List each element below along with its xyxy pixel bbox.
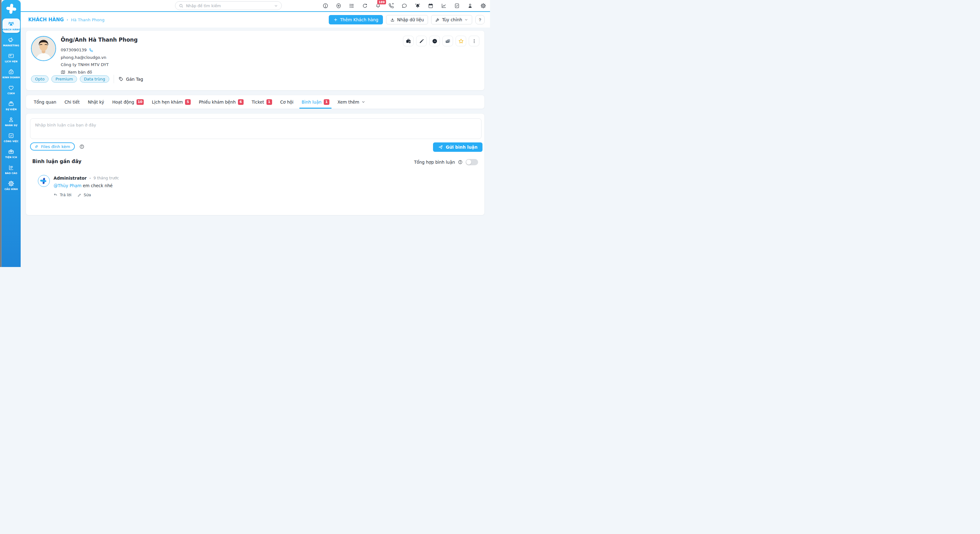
sidebar-item-tien-ich[interactable]: TIỆN ÍCH <box>3 146 20 161</box>
settings-gear-icon[interactable] <box>480 3 486 9</box>
tab-binh-luan[interactable]: Bình luận1 <box>298 95 333 109</box>
person-icon <box>8 116 14 123</box>
notifications-bell-icon[interactable]: 189 <box>375 3 381 9</box>
import-data-button[interactable]: Nhập dữ liệu <box>386 15 428 24</box>
tab-tong-quan[interactable]: Tổng quan <box>30 95 60 109</box>
comment-summary-row: Tổng hợp bình luận <box>414 159 478 165</box>
profile-action-buttons <box>403 36 479 46</box>
sidebar-item-su-kien[interactable]: SỰ KIỆN <box>3 98 20 113</box>
messenger-button[interactable] <box>429 36 440 46</box>
detail-tabs-card: Tổng quan Chi tiết Nhật ký Hoạt động10 L… <box>25 95 485 109</box>
call-phone-icon[interactable] <box>89 48 93 52</box>
star-icon <box>458 38 464 44</box>
tab-count-badge: 10 <box>137 99 144 105</box>
download-icon <box>390 17 395 22</box>
help-button[interactable]: ? <box>475 15 485 24</box>
list-menu-icon[interactable] <box>348 3 355 9</box>
schedule-appointment-button[interactable] <box>403 36 414 46</box>
tab-label: Bình luận <box>302 100 321 105</box>
bell-ring-icon[interactable] <box>414 3 420 9</box>
tag-pill[interactable]: Premium <box>51 75 77 83</box>
assign-tag-label: Gán Tag <box>126 77 143 82</box>
search-input[interactable] <box>186 3 272 8</box>
sms-card-icon <box>445 38 451 44</box>
activity-refresh-icon[interactable] <box>362 3 368 9</box>
chat-icon[interactable] <box>401 3 407 9</box>
calendar-icon[interactable] <box>427 3 434 9</box>
tab-nhat-ky[interactable]: Nhật ký <box>84 95 108 109</box>
edit-customer-button[interactable] <box>416 36 427 46</box>
sidebar-item-cau-hinh[interactable]: CẤU HÌNH <box>3 178 20 192</box>
wrench-icon <box>435 17 440 22</box>
tab-ticket[interactable]: Ticket1 <box>248 95 276 109</box>
sidebar-item-bao-cao[interactable]: BÁO CÁO <box>3 162 20 176</box>
tab-phieu-kham-benh[interactable]: Phiếu khám bệnh6 <box>195 95 248 109</box>
sidebar-item-label: NHÂN SỰ <box>5 124 18 127</box>
breadcrumb-bar: KHÁCH HÀNG › Hà Thanh Phong Thêm Khách h… <box>21 12 490 27</box>
sidebar-item-khach-hang[interactable]: KHÁCH HÀNG <box>3 19 20 33</box>
header-actions: Thêm Khách hàng Nhập dữ liệu Tùy chỉnh ? <box>329 15 485 24</box>
quick-add-icon[interactable] <box>335 3 342 9</box>
tab-hoat-dong[interactable]: Hoạt động10 <box>108 95 148 109</box>
sidebar-item-marketing[interactable]: MARKETING <box>3 35 20 49</box>
tag-pill[interactable]: Data trùng <box>80 75 109 83</box>
tab-lich-hen-kham[interactable]: Lịch hẹn khám5 <box>148 95 195 109</box>
attach-info-icon[interactable] <box>79 144 84 149</box>
map-icon <box>61 70 65 75</box>
comment-time: 9 tháng trước <box>94 176 119 180</box>
tab-label: Hoạt động <box>112 100 134 105</box>
attach-files-button[interactable]: Files đính kèm <box>30 142 75 151</box>
comment-input[interactable] <box>30 118 482 139</box>
comment-text: @Thùy Phạm em check nhé <box>54 183 113 188</box>
topbar: 189 <box>21 0 490 12</box>
tab-label: Ticket <box>252 100 264 105</box>
customer-phone-row: 0973090139 <box>61 46 109 54</box>
sidebar: KHÁCH HÀNG MARKETING LỊCH HẸN KINH DOANH… <box>2 0 21 267</box>
more-actions-button[interactable] <box>469 36 479 46</box>
paper-plane-icon <box>438 145 443 149</box>
reply-button[interactable]: Trả lời <box>54 192 72 197</box>
sms-zns-button[interactable] <box>442 36 453 46</box>
customize-button[interactable]: Tùy chỉnh <box>431 15 472 24</box>
edit-comment-button[interactable]: Sửa <box>77 192 91 197</box>
summary-toggle[interactable] <box>466 159 478 165</box>
summary-info-icon[interactable] <box>458 160 463 165</box>
search-scope-chevron-icon[interactable] <box>274 4 278 8</box>
call-add-icon[interactable] <box>388 3 394 9</box>
send-comment-button[interactable]: Gửi bình luận <box>433 142 482 152</box>
tab-co-hoi[interactable]: Cơ hội <box>276 95 298 109</box>
comment-author: Administrator <box>54 176 87 181</box>
edit-pencil-icon <box>77 193 82 197</box>
global-search[interactable] <box>175 1 282 10</box>
user-icon[interactable] <box>467 3 473 9</box>
comment-author-avatar <box>38 175 50 187</box>
tab-xem-them[interactable]: Xem thêm <box>333 95 370 109</box>
sidebar-item-kinh-doanh[interactable]: KINH DOANH <box>3 66 20 81</box>
heart-icon <box>8 84 14 91</box>
alert-info-icon[interactable] <box>322 3 328 9</box>
assign-tag-button[interactable]: Gán Tag <box>118 76 143 82</box>
add-customer-button[interactable]: Thêm Khách hàng <box>329 15 383 24</box>
sidebar-item-cskh[interactable]: CSKH <box>3 82 20 97</box>
breadcrumb-section[interactable]: KHÁCH HÀNG <box>28 17 64 22</box>
comment-actions: Trả lời Sửa <box>54 192 91 197</box>
briefcase-clock-icon <box>406 38 411 44</box>
sidebar-item-nhan-su[interactable]: NHÂN SỰ <box>3 114 20 129</box>
favorite-star-button[interactable] <box>455 36 466 46</box>
chart-monitor-icon[interactable] <box>441 3 447 9</box>
tab-count-badge: 1 <box>324 99 329 105</box>
sidebar-menu: KHÁCH HÀNG MARKETING LỊCH HẸN KINH DOANH… <box>2 19 21 194</box>
tab-count-badge: 5 <box>185 99 191 105</box>
tag-pill[interactable]: Opto <box>31 75 49 83</box>
approve-checkbox-icon[interactable] <box>454 3 460 9</box>
customer-email-row: phong.ha@cloudgo.vn <box>61 54 109 61</box>
sidebar-item-cong-viec[interactable]: CÔNG VIỆC <box>3 130 20 145</box>
sidebar-item-label: KHÁCH HÀNG <box>2 28 20 31</box>
mention-link[interactable]: @Thùy Phạm <box>54 183 81 188</box>
sidebar-item-lich-hen[interactable]: LỊCH HẸN <box>3 50 20 65</box>
breadcrumb-current: Hà Thanh Phong <box>71 17 105 22</box>
report-icon <box>8 164 14 171</box>
tab-chi-tiet[interactable]: Chi tiết <box>60 95 84 109</box>
customer-avatar <box>31 36 56 61</box>
paperclip-icon <box>35 145 39 149</box>
